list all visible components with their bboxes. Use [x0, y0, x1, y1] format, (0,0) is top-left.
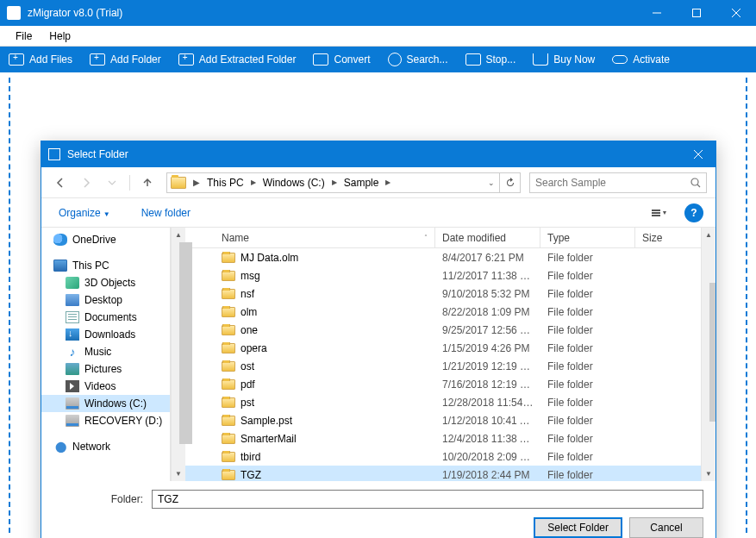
app-icon [7, 6, 21, 20]
tree-item-this-pc[interactable]: This PC [41, 257, 170, 274]
breadcrumb-folder-icon [171, 177, 186, 189]
convert-icon [313, 53, 328, 66]
tree-item-label: Windows (C:) [84, 397, 147, 410]
tree-item-recovery-d[interactable]: RECOVERY (D:) [41, 412, 170, 429]
breadcrumb-dropdown[interactable]: ⌄ [484, 178, 499, 187]
stop-button[interactable]: Stop... [457, 50, 525, 69]
dialog-button-row: Select Folder Cancel [53, 517, 703, 538]
file-name: Sample.pst [241, 415, 292, 427]
sort-caret-icon: ˄ [424, 234, 428, 241]
content-area: Select Folder ▶ This PC▶Windows (C:)▶Sam… [0, 72, 756, 538]
menu-help[interactable]: Help [41, 27, 79, 46]
file-row[interactable]: msg11/2/2017 11:38 PMFile folder [185, 266, 701, 285]
search-input[interactable] [535, 177, 690, 189]
dialog-close-button[interactable] [681, 141, 715, 167]
scroll-up-button[interactable]: ▲ [702, 228, 715, 242]
convert-button[interactable]: Convert [304, 50, 378, 69]
tree-item-windows-c[interactable]: Windows (C:) [41, 395, 170, 412]
file-row[interactable]: olm8/22/2018 1:09 PMFile folder [185, 303, 701, 321]
organize-button[interactable]: Organize▼ [53, 203, 116, 222]
file-row[interactable]: tbird10/20/2018 2:09 PMFile folder [185, 447, 701, 466]
folder-input[interactable] [152, 490, 703, 509]
list-scrollbar[interactable]: ▲ ▼ [701, 228, 715, 481]
chevron-right-icon[interactable]: ▶ [382, 178, 394, 186]
activate-button[interactable]: Activate [603, 50, 678, 69]
file-date: 9/10/2018 5:32 PM [435, 288, 540, 300]
breadcrumb[interactable]: ▶ This PC▶Windows (C:)▶Sample▶⌄ [166, 172, 521, 193]
cancel-button[interactable]: Cancel [629, 517, 703, 538]
file-name: MJ Data.olm [241, 252, 298, 264]
breadcrumb-part[interactable]: Windows (C:) [259, 177, 328, 189]
add-extracted-folder-button[interactable]: Add Extracted Folder [170, 50, 305, 69]
view-mode-button[interactable]: ▼ [643, 203, 676, 223]
add-folder-button[interactable]: Add Folder [81, 50, 170, 69]
tree-item-desktop[interactable]: Desktop [41, 291, 170, 309]
search-icon[interactable] [690, 178, 701, 188]
breadcrumb-part[interactable]: This PC [203, 177, 247, 189]
buy-now-button[interactable]: Buy Now [524, 50, 603, 69]
add-files-button[interactable]: Add Files [0, 50, 81, 69]
nav-back-button[interactable] [50, 172, 71, 193]
select-folder-button[interactable]: Select Folder [534, 517, 622, 538]
buy-now-icon [533, 53, 548, 66]
chevron-right-icon[interactable]: ▶ [247, 178, 259, 186]
dialog-body: OneDriveThis PC3D ObjectsDesktopDocument… [41, 228, 715, 481]
nav-recent-button[interactable] [102, 172, 122, 193]
new-folder-button[interactable]: New folder [136, 203, 196, 222]
refresh-button[interactable] [499, 172, 520, 193]
tree-item-downloads[interactable]: Downloads [41, 326, 170, 343]
file-row[interactable]: one9/25/2017 12:56 PMFile folder [185, 321, 701, 339]
file-date: 12/28/2018 11:54 ... [435, 397, 540, 409]
scroll-thumb[interactable] [709, 283, 715, 422]
folder-icon [222, 397, 235, 408]
tree-item-music[interactable]: ♪Music [41, 343, 170, 360]
menu-file[interactable]: File [7, 27, 41, 46]
column-date[interactable]: Date modified [435, 228, 540, 247]
column-type[interactable]: Type [540, 228, 635, 247]
file-row[interactable]: pst12/28/2018 11:54 ...File folder [185, 393, 701, 411]
left-rule [9, 78, 10, 533]
file-row[interactable]: ost1/21/2019 12:19 PMFile folder [185, 357, 701, 375]
file-row[interactable]: opera1/15/2019 4:26 PMFile folder [185, 339, 701, 357]
scroll-down-button[interactable]: ▼ [702, 466, 715, 481]
search-button[interactable]: Search... [379, 49, 457, 70]
column-name[interactable]: Name˄ [215, 228, 435, 247]
file-row[interactable]: nsf9/10/2018 5:32 PMFile folder [185, 285, 701, 303]
tree-item-3d-objects[interactable]: 3D Objects [41, 274, 170, 291]
nav-up-button[interactable] [137, 172, 158, 193]
nav-forward-button[interactable] [76, 172, 97, 193]
scroll-thumb[interactable] [179, 242, 192, 444]
maximize-button[interactable] [677, 0, 716, 26]
breadcrumb-part[interactable]: Sample [341, 177, 383, 189]
folder-icon [222, 361, 235, 372]
close-button[interactable] [716, 0, 756, 26]
tree-item-label: This PC [72, 260, 109, 272]
file-type: File folder [540, 252, 635, 264]
minimize-button[interactable] [637, 0, 677, 26]
file-row[interactable]: pdf7/16/2018 12:19 PMFile folder [185, 375, 701, 393]
file-name: tbird [241, 451, 260, 463]
tree-item-videos[interactable]: Videos [41, 378, 170, 395]
file-row[interactable]: SmarterMail12/4/2018 11:38 AMFile folder [185, 429, 701, 447]
tree-item-documents[interactable]: Documents [41, 309, 170, 326]
scroll-up-button[interactable]: ▲ [172, 228, 185, 242]
windows-c-icon [66, 397, 79, 410]
scroll-down-button[interactable]: ▼ [172, 466, 185, 481]
tree-item-pictures[interactable]: Pictures [41, 360, 170, 378]
column-size[interactable]: Size [635, 228, 701, 247]
tree-item-onedrive[interactable]: OneDrive [41, 231, 170, 248]
file-name: opera [241, 342, 267, 354]
tree-scrollbar[interactable]: ▲ ▼ [171, 228, 185, 481]
help-button[interactable]: ? [684, 203, 703, 222]
tree-item-network[interactable]: ⬤Network [41, 438, 170, 455]
chevron-right-icon[interactable]: ▶ [328, 178, 341, 186]
search-box[interactable] [529, 172, 707, 193]
nav-tree[interactable]: OneDriveThis PC3D ObjectsDesktopDocument… [41, 228, 171, 481]
file-row[interactable]: MJ Data.olm8/4/2017 6:21 PMFile folder [185, 248, 701, 266]
menubar: FileHelp [0, 26, 756, 47]
file-row[interactable]: TGZ1/19/2018 2:44 PMFile folder [185, 466, 701, 481]
chevron-right-icon[interactable]: ▶ [190, 178, 203, 187]
file-row[interactable]: Sample.pst1/12/2018 10:41 AMFile folder [185, 411, 701, 429]
folder-label: Folder: [53, 493, 143, 505]
file-name: msg [241, 270, 260, 282]
